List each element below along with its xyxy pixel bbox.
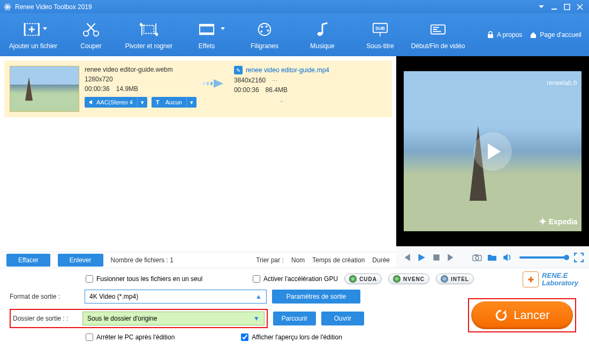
effects-button[interactable]: Effets bbox=[178, 13, 236, 56]
output-more[interactable]: ··· bbox=[272, 77, 277, 84]
subtitle-track-dropdown[interactable]: T Aucun ▾ bbox=[152, 97, 197, 108]
merge-checkbox[interactable]: Fusionner tous les fichiers en un seul bbox=[86, 275, 202, 283]
start-end-button[interactable]: Début/Fin de vidéo bbox=[409, 13, 467, 56]
svg-point-17 bbox=[266, 26, 268, 28]
edit-output-icon[interactable]: ✎ bbox=[234, 66, 243, 74]
home-icon bbox=[530, 31, 537, 39]
speaker-icon bbox=[89, 100, 94, 105]
launch-highlight: Lancer bbox=[468, 298, 576, 332]
music-note-icon bbox=[312, 21, 333, 37]
svg-point-9 bbox=[84, 31, 88, 36]
show-preview-label: Afficher l'aperçu lors de l'édition bbox=[252, 333, 342, 341]
merge-label: Fusionner tous les fichiers en un seul bbox=[96, 275, 202, 283]
next-button[interactable] bbox=[447, 253, 456, 262]
remove-button[interactable]: Enlever bbox=[58, 254, 103, 267]
clear-button[interactable]: Effacer bbox=[6, 254, 50, 267]
close-button[interactable] bbox=[574, 2, 586, 12]
home-link[interactable]: Page d'accueil bbox=[530, 31, 582, 39]
add-file-icon bbox=[22, 21, 44, 37]
show-preview-checkbox[interactable]: Afficher l'aperçu lors de l'édition bbox=[241, 333, 342, 341]
input-resolution: 1280x720 bbox=[85, 75, 113, 83]
svg-point-16 bbox=[261, 26, 263, 28]
play-overlay-icon[interactable] bbox=[473, 132, 512, 171]
svg-point-0 bbox=[6, 6, 9, 8]
maximize-button[interactable] bbox=[561, 2, 573, 12]
app-logo-icon bbox=[3, 3, 12, 11]
svg-rect-8 bbox=[38, 23, 40, 36]
menu-dropdown-button[interactable] bbox=[535, 2, 547, 12]
svg-rect-30 bbox=[207, 82, 209, 85]
output-format-combo[interactable]: 4K Video (*.mp4) ▲ bbox=[85, 290, 267, 304]
output-duration: 00:00:36 bbox=[234, 86, 259, 94]
stop-button[interactable] bbox=[432, 253, 441, 262]
about-link[interactable]: A propos bbox=[487, 31, 522, 39]
file-thumbnail bbox=[10, 66, 79, 112]
gpu-checkbox[interactable]: Activer l'accélération GPU bbox=[253, 275, 338, 283]
file-list: renee video editor-guide.webm 1280x720 0… bbox=[0, 56, 396, 252]
watermarks-button[interactable]: Filigranes bbox=[236, 13, 293, 56]
chevron-up-icon: ▲ bbox=[255, 293, 262, 300]
sort-name[interactable]: Nom bbox=[291, 256, 305, 264]
svg-text:T: T bbox=[379, 32, 382, 37]
card-icon bbox=[427, 21, 449, 37]
svg-rect-32 bbox=[433, 254, 439, 260]
output-folder-value: Sous le dossier d'origine bbox=[87, 315, 253, 322]
volume-button[interactable] bbox=[502, 253, 512, 262]
svg-rect-31 bbox=[210, 82, 213, 85]
open-folder-button[interactable] bbox=[487, 253, 497, 262]
cut-button[interactable]: Couper bbox=[62, 13, 120, 56]
audio-track-dropdown[interactable]: AAC(Stereo 4 ▾ bbox=[85, 97, 147, 108]
video-preview[interactable]: reneelab.fr ✦Expedia bbox=[396, 56, 589, 246]
svg-rect-4 bbox=[552, 9, 557, 10]
lock-icon bbox=[487, 31, 494, 39]
snapshot-button[interactable] bbox=[472, 253, 482, 262]
open-button[interactable]: Ouvrir bbox=[321, 312, 364, 325]
input-duration: 00:00:36 bbox=[85, 85, 110, 93]
rotate-crop-button[interactable]: Pivoter et rogner bbox=[120, 13, 178, 56]
cuda-badge: CUDA bbox=[344, 274, 382, 284]
subtitle-button[interactable]: SUBT Sous-titre bbox=[351, 13, 409, 56]
launch-button[interactable]: Lancer bbox=[471, 301, 573, 329]
conversion-arrow-icon bbox=[202, 75, 229, 92]
chevron-down-icon: ▼ bbox=[253, 315, 260, 322]
preview-controls bbox=[396, 246, 589, 268]
svg-point-19 bbox=[261, 31, 263, 33]
start-end-label: Début/Fin de vidéo bbox=[411, 42, 465, 50]
sort-duration[interactable]: Durée bbox=[372, 256, 390, 264]
intel-badge: INTEL bbox=[436, 274, 474, 284]
play-button[interactable] bbox=[417, 253, 426, 262]
output-params-button[interactable]: Paramètres de sortie bbox=[272, 290, 360, 304]
home-label: Page d'accueil bbox=[540, 31, 582, 39]
output-folder-combo[interactable]: Sous le dossier d'origine ▼ bbox=[82, 312, 265, 325]
minimize-button[interactable] bbox=[548, 2, 560, 12]
output-format-value: 4K Video (*.mp4) bbox=[89, 293, 255, 300]
watermarks-label: Filigranes bbox=[251, 42, 278, 50]
svg-point-15 bbox=[259, 24, 271, 36]
main-toolbar: Ajouter un fichier Couper Pivoter et rog… bbox=[0, 13, 589, 56]
add-file-button[interactable]: Ajouter un fichier bbox=[4, 13, 62, 56]
browse-button[interactable]: Parcourir bbox=[273, 312, 316, 325]
input-file-info: renee video editor-guide.webm 1280x720 0… bbox=[85, 66, 197, 112]
output-resolution: 3840x2160 bbox=[234, 77, 266, 84]
prev-button[interactable] bbox=[402, 253, 411, 262]
fullscreen-button[interactable] bbox=[574, 253, 584, 262]
crop-icon bbox=[138, 21, 160, 37]
subtitle-track-value: Aucun bbox=[165, 99, 182, 105]
content-area: renee video editor-guide.webm 1280x720 0… bbox=[0, 56, 589, 268]
titlebar: Renee Video Toolbox 2019 bbox=[0, 0, 589, 13]
input-filesize: 14.9MB bbox=[116, 85, 138, 93]
palette-icon bbox=[254, 21, 275, 37]
volume-slider[interactable] bbox=[519, 256, 567, 259]
music-button[interactable]: Musique bbox=[293, 13, 351, 56]
output-format-label: Format de sortie : bbox=[10, 293, 79, 300]
svg-rect-5 bbox=[564, 4, 570, 10]
scissors-icon bbox=[80, 21, 102, 37]
output-filesize: 86.4MB bbox=[266, 86, 288, 94]
svg-point-18 bbox=[267, 29, 269, 32]
file-item[interactable]: renee video editor-guide.webm 1280x720 0… bbox=[4, 60, 392, 117]
sort-created[interactable]: Temps de création bbox=[312, 256, 365, 264]
effects-label: Effets bbox=[199, 42, 215, 50]
svg-point-34 bbox=[475, 256, 479, 260]
shutdown-checkbox[interactable]: Arrêter le PC après l'édition bbox=[86, 333, 175, 341]
brand-line2: Laboratory bbox=[542, 279, 578, 287]
